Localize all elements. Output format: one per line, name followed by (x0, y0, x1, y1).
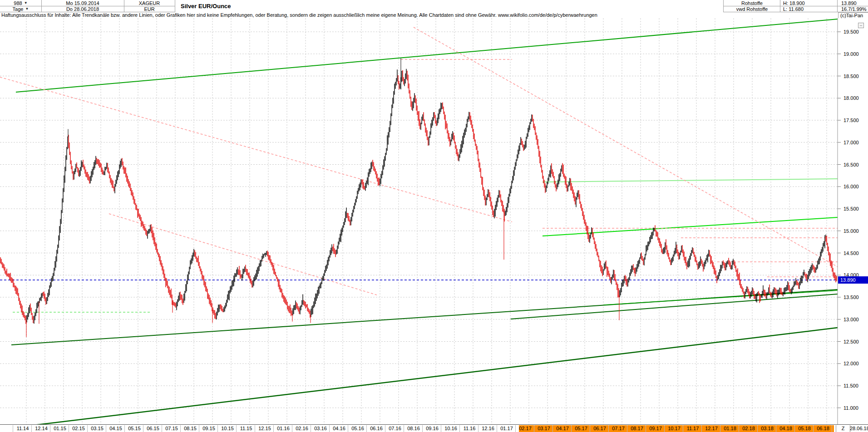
currency-code: EUR (124, 6, 175, 12)
chevron-down-icon: ▼ (25, 7, 29, 11)
month-label: 01.18 (724, 426, 736, 432)
month-label: 03.18 (761, 426, 774, 432)
month-label: 02.16 (296, 426, 308, 432)
y-axis-label: 15.500 (843, 206, 859, 211)
y-axis-label: 18.000 (843, 95, 859, 101)
pale-green-resistance (542, 179, 838, 182)
feed-source: vwd Rohstoffe (723, 6, 780, 12)
y-axis-label: 16.000 (843, 184, 859, 189)
y-axis-label: 14.500 (843, 250, 859, 256)
month-label: 05.17 (575, 426, 587, 432)
y-axis-label: 19.000 (843, 51, 859, 57)
month-label: 06.15 (147, 426, 159, 432)
month-label: 10.16 (444, 426, 457, 432)
month-label: 04.16 (333, 426, 345, 432)
y-axis-label: 19.500 (843, 29, 859, 34)
month-label: 09.16 (426, 426, 439, 432)
month-label: 07.17 (612, 426, 625, 432)
month-label: 03.16 (314, 426, 327, 432)
y-axis-label: 17.000 (843, 140, 859, 145)
y-axis-label: 18.500 (843, 74, 859, 79)
y-axis-label: 16.500 (843, 162, 859, 167)
month-label: 08.17 (631, 426, 643, 432)
month-label: 12.17 (705, 426, 718, 432)
last-price: 13.890 (837, 0, 868, 6)
month-label: 04.18 (779, 426, 792, 432)
y-axis-label: 13.000 (843, 317, 859, 322)
month-label: 09.17 (649, 426, 662, 432)
period-low: L: 11.680 (780, 6, 840, 12)
y-axis-label: 17.500 (843, 118, 859, 123)
month-label: 02.17 (519, 426, 532, 432)
minimize-icon[interactable]: – (858, 23, 864, 28)
time-axis[interactable]: 11.1412.1401.1502.1503.1504.1505.1506.15… (0, 424, 868, 432)
month-label: 03.15 (91, 426, 104, 432)
y-axis-label: 15.000 (843, 228, 859, 234)
period-high: H: 18.900 (780, 0, 840, 6)
month-label: 05.16 (351, 426, 364, 432)
month-label: 12.15 (258, 426, 271, 432)
month-label: 11.17 (687, 426, 699, 432)
month-label: 07.16 (389, 426, 401, 432)
month-label: 11.15 (240, 426, 252, 432)
month-label: 12.14 (35, 426, 48, 432)
y-axis-label: 12.000 (843, 361, 859, 366)
symbol-code: XAGEUR (124, 0, 175, 6)
month-label: 11.14 (17, 426, 29, 432)
month-label: 05.15 (128, 426, 141, 432)
zoom-button[interactable]: Z (836, 425, 850, 432)
month-label: 06.17 (593, 426, 606, 432)
price-chart-plot[interactable]: 19.50019.00018.50018.00017.50017.00016.5… (0, 18, 868, 424)
month-label: 08.16 (407, 426, 420, 432)
month-label: 10.15 (221, 426, 234, 432)
month-label: 03.17 (538, 426, 550, 432)
bar-count-value: 988 (14, 0, 22, 6)
month-label: 06.18 (817, 426, 829, 432)
y-axis-label: 13.500 (843, 295, 859, 300)
month-label: 04.17 (556, 426, 569, 432)
taipan-chart-window: 988 ▼ Mo 15.09.2014 XAGEUR Silver EUR/Ou… (0, 0, 868, 432)
chart-title: Silver EUR/Ounce (181, 0, 231, 12)
month-label: 04.15 (109, 426, 122, 432)
month-label: 09.15 (202, 426, 215, 432)
bar-count-dropdown[interactable]: 988 ▼ (0, 0, 42, 6)
month-label: 01.16 (277, 426, 290, 432)
disclaimer-text: Haftungsausschluss für Inhalte: Alle Tre… (1, 12, 597, 18)
end-date[interactable]: Do 28.06.2018 (41, 6, 124, 12)
month-label: 01.15 (54, 426, 66, 432)
copyright-label: (c)Tai-Pan (838, 12, 868, 19)
period-value: Tage (13, 6, 24, 12)
y-axis-label: 12.500 (843, 339, 859, 344)
feed-name: Rohstoffe (723, 0, 780, 6)
current-price-tag: 13.890 (838, 276, 868, 284)
y-axis-label: 11.000 (843, 405, 858, 411)
month-label: 10.17 (668, 426, 681, 432)
month-label: 08.15 (184, 426, 197, 432)
month-label: 02.18 (742, 426, 755, 432)
month-label: 11.16 (464, 426, 476, 432)
red-diagonal-1 (0, 77, 512, 222)
chevron-down-icon: ▼ (24, 1, 28, 5)
axis-end-date: 28.06.18 (850, 425, 868, 432)
month-label: 02.15 (72, 426, 85, 432)
month-label: 01.17 (500, 426, 513, 432)
start-date[interactable]: Mo 15.09.2014 (41, 0, 124, 6)
green-fan-line-1 (511, 294, 838, 319)
month-label: 06.16 (370, 426, 383, 432)
month-label: 07.15 (165, 426, 178, 432)
y-axis-label: 11.500 (843, 383, 858, 388)
upper-green-channel (16, 19, 838, 92)
dark-green-support-lower (0, 328, 838, 424)
month-label: 05.18 (798, 426, 811, 432)
month-label: 12.16 (482, 426, 494, 432)
change-info: 16.7/1.99% (837, 6, 868, 12)
period-dropdown[interactable]: Tage ▼ (0, 6, 42, 12)
